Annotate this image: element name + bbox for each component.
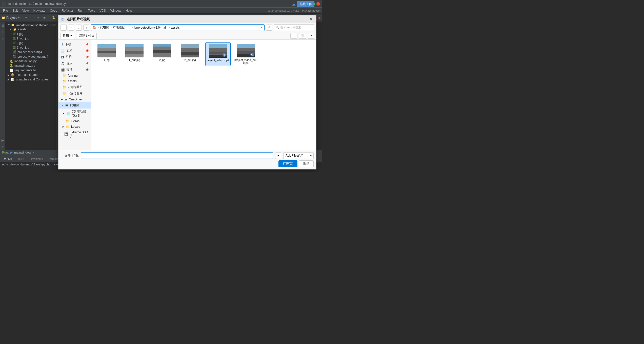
sidebar-item-external-libs[interactable]: ▶ 📦 External Libraries xyxy=(6,73,56,77)
file-thumb-2outjpg[interactable]: 2_out.jpg xyxy=(177,42,203,66)
nav-item-screenshots[interactable]: 📁 2.运行截图 xyxy=(58,84,91,90)
run-label: Run: xyxy=(2,151,9,154)
nav-item-locale[interactable]: ▶ 📁 Locale xyxy=(58,124,91,130)
filename-input[interactable] xyxy=(81,152,273,159)
sidebar-item-projvid[interactable]: 🎬 project_video.mp4 xyxy=(6,50,56,54)
left-icon-3[interactable]: ◎ xyxy=(1,36,5,41)
menu-navigate[interactable]: Navigate xyxy=(31,8,47,13)
close-button[interactable] xyxy=(316,2,320,6)
file-thumb-2jpg[interactable]: 2.jpg xyxy=(150,42,175,66)
addr-sep-2: > xyxy=(131,26,133,29)
sidebar-item-scratches[interactable]: ▶ 📝 Scratches and Consoles xyxy=(6,77,56,82)
toolbar-up[interactable]: ↑ xyxy=(30,16,34,20)
addr-search-box[interactable]: 🔍 在 assets 中搜索 xyxy=(274,24,314,31)
nav-screenshots-label: 2.运行截图 xyxy=(68,85,83,89)
addr-home-icon: 🏠 xyxy=(93,26,96,29)
addr-part-project[interactable]: lane-detection-v1.0-main xyxy=(134,26,167,29)
addr-dropdown-icon[interactable]: ▼ xyxy=(260,26,263,29)
left-icon-run2[interactable]: ▶ xyxy=(1,138,4,143)
extlibs-icon: 📦 xyxy=(11,73,14,77)
btab-run[interactable]: ▶ Run xyxy=(2,156,14,161)
nav-item-pics[interactable]: 🖼 图片 📌 xyxy=(58,54,91,60)
search-placeholder: 在 assets 中搜索 xyxy=(280,26,301,29)
assets-expand-icon: ▼ xyxy=(10,28,12,31)
addr-part-computer[interactable]: 此电脑 xyxy=(100,25,109,30)
view-details[interactable]: ☰ xyxy=(299,33,306,39)
nav-item-video[interactable]: 🎬 视频 📌 xyxy=(58,67,91,73)
menu-vcs[interactable]: VCS xyxy=(97,8,108,13)
file-thumb-projvidout[interactable]: ⚙ project_video_out.mp4 xyxy=(233,42,258,66)
sidebar-item-2outjpg[interactable]: 🖼 2_out.jpg xyxy=(6,45,56,50)
dialog-open-button[interactable]: 打开(O) xyxy=(278,160,297,167)
nav-item-cd[interactable]: ▼ 💿 CD 驱动器 (G:) S xyxy=(58,109,91,118)
toolbar-sync[interactable]: ⟳ xyxy=(24,15,29,20)
dialog-close-button[interactable]: ✕ xyxy=(309,17,314,22)
file-thumb-1outjpg[interactable]: 1_out.jpg xyxy=(122,42,147,66)
sidebar-item-1jpg[interactable]: 🖼 1.jpg xyxy=(6,32,56,36)
menu-window[interactable]: Window xyxy=(108,8,123,13)
btab-problems[interactable]: Problems xyxy=(29,157,45,161)
menu-file[interactable]: File xyxy=(1,8,10,13)
sidebar-item-projvidout[interactable]: 🎬 project_video_out.mp4 xyxy=(6,54,56,59)
left-icon-fav[interactable]: ☆ xyxy=(1,144,5,150)
btab-todo[interactable]: TODO xyxy=(15,157,28,161)
run-config-name[interactable]: mainwindow xyxy=(14,151,31,154)
address-path[interactable]: 🏠 > 此电脑 > 本地磁盘 (E:) > lane-detection-v1.… xyxy=(91,24,265,31)
sidebar-item-1outjpg[interactable]: 🖼 1_out.jpg xyxy=(6,36,56,41)
1outjpg-icon: 🖼 xyxy=(13,37,16,40)
toolbar-collapse[interactable]: ⊟ xyxy=(42,15,47,20)
filename-dropdown-button[interactable]: ▼ xyxy=(275,152,281,159)
sidebar-item-assets[interactable]: ▼ 📁 assets xyxy=(6,27,56,32)
nav-item-externssd[interactable]: — 💾 Extreme SSD (F: xyxy=(58,130,91,139)
nav-item-music[interactable]: 🎵 音乐 📌 xyxy=(58,60,91,67)
nav-item-download[interactable]: ⬇ 下载 📌 xyxy=(58,41,91,48)
nav-item-docs[interactable]: 📄 文档 📌 xyxy=(58,48,91,54)
left-icon-structure[interactable]: ⊞ xyxy=(1,23,5,28)
file-thumb-1jpg[interactable]: 1.jpg xyxy=(94,42,119,66)
sidebar-item-requirements[interactable]: 📄 requirements.txt xyxy=(6,68,56,73)
upload-button[interactable]: 拖拽上传 xyxy=(297,1,314,7)
menu-run[interactable]: Run xyxy=(76,8,85,13)
filetype-select[interactable]: ALL Files(*.*) xyxy=(283,152,314,159)
toolbar-gear[interactable]: ⚙ xyxy=(35,15,41,20)
addr-forward-button[interactable]: → xyxy=(68,25,74,31)
tree-root[interactable]: ▼ 📁 lane-detection-v1.0-main E:/lane-det… xyxy=(6,23,56,27)
dialog-title-icon: 🗂 xyxy=(61,17,65,21)
organize-button[interactable]: 组织 ▼ xyxy=(61,33,75,39)
menu-tools[interactable]: Tools xyxy=(86,8,97,13)
stop-button[interactable]: ■ xyxy=(318,16,320,20)
title-bar-left: ⬛ lane-detection-v1.0-main – mainwindow.… xyxy=(2,2,66,6)
project-dropdown-icon[interactable]: ▼ xyxy=(18,16,20,19)
addr-refresh-button[interactable]: ↺ xyxy=(266,25,272,31)
nav-pics-label: 图片 xyxy=(66,55,72,59)
menu-help[interactable]: Help xyxy=(124,8,134,13)
menu-code[interactable]: Code xyxy=(48,8,59,13)
addr-part-assets[interactable]: assets xyxy=(171,26,180,29)
addr-part-disk[interactable]: 本地磁盘 (E:) xyxy=(113,25,131,30)
sidebar-item-2jpg[interactable]: 🖼 2.jpg xyxy=(6,41,56,45)
scratches-label: Scratches and Consoles xyxy=(15,78,48,81)
nav-item-promo[interactable]: 📁 5.宣传图片 xyxy=(58,90,91,97)
nav-item-extras[interactable]: 📁 Extras xyxy=(58,118,91,124)
view-large-icons[interactable]: ⊞ xyxy=(290,33,297,39)
run-config-close-icon[interactable]: ✕ xyxy=(32,151,34,154)
toolbar-separator-2 xyxy=(49,15,49,20)
new-folder-button[interactable]: 新建文件夹 xyxy=(77,33,97,39)
addr-up-button[interactable]: ↑ xyxy=(83,25,89,31)
nav-item-fencing[interactable]: 📁 fencing xyxy=(58,73,91,78)
nav-item-onedrive[interactable]: ▶ ☁ OneDrive xyxy=(58,97,91,102)
addr-back-button[interactable]: ← xyxy=(61,25,67,31)
menu-view[interactable]: View xyxy=(20,8,31,13)
menu-refactor[interactable]: Refactor xyxy=(60,8,75,13)
nav-item-thispc[interactable]: ▼ 💻 此电脑 xyxy=(58,102,91,109)
dialog-cancel-button[interactable]: 取消 xyxy=(299,160,314,167)
sidebar-item-mainwindow[interactable]: 🐍 mainwindow.py xyxy=(6,63,56,68)
file-thumb-projvid[interactable]: ⚙ project_video.mp4 xyxy=(205,42,231,66)
addr-recent-button[interactable]: ⌄ xyxy=(76,25,82,31)
nav-item-assets[interactable]: 📁 assets xyxy=(58,78,91,84)
sidebar-item-lanedetection[interactable]: 🐍 lanedetection.py xyxy=(6,59,56,63)
view-help[interactable]: ? xyxy=(308,33,314,39)
thumb-img-1outjpg xyxy=(125,44,144,57)
left-icon-2[interactable]: ↕ xyxy=(2,29,4,35)
menu-edit[interactable]: Edit xyxy=(10,8,20,13)
